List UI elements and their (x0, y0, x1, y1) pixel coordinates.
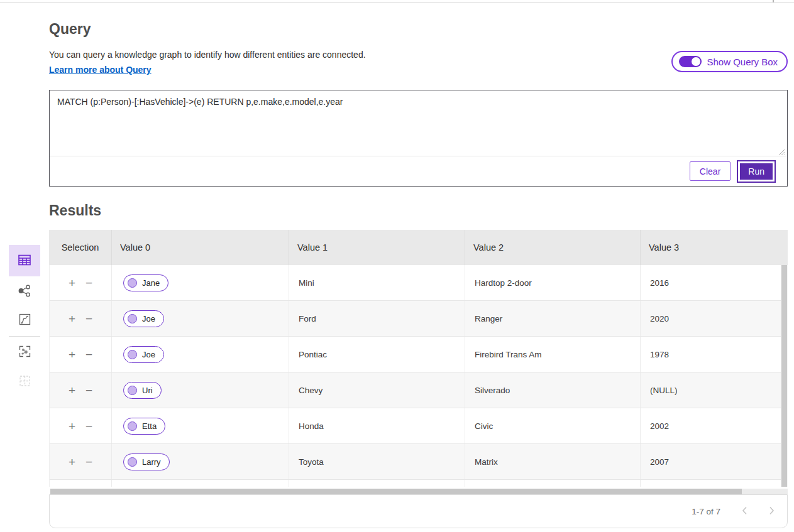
remove-selection-button[interactable]: − (85, 456, 92, 468)
chevron-right-icon (769, 506, 775, 517)
value2-cell: Silverado (465, 372, 640, 408)
entity-node-icon (128, 457, 137, 467)
page-title: Query (49, 21, 91, 38)
previous-page-button[interactable] (742, 506, 747, 517)
selection-cell: + − (50, 444, 111, 479)
vertical-scrollbar[interactable] (781, 265, 788, 487)
results-table: Selection Value 0 Value 1 Value 2 Value … (49, 230, 788, 487)
add-selection-button[interactable]: + (69, 384, 75, 396)
value3-cell: 2016 (640, 265, 788, 300)
chevron-left-icon (742, 506, 747, 517)
entity-pill[interactable]: Larry (123, 453, 170, 470)
add-selection-button[interactable]: + (69, 277, 75, 289)
graph-canvas-icon (18, 345, 31, 360)
entity-pill-label: Etta (142, 421, 157, 431)
add-selection-button[interactable]: + (69, 349, 75, 361)
entity-pill-label: Uri (142, 386, 153, 395)
value3-cell (640, 480, 788, 487)
value2-cell: Matrix (465, 444, 640, 479)
next-page-button[interactable] (769, 506, 775, 517)
remove-icon: − (85, 420, 92, 433)
entity-pill[interactable]: Joe (123, 310, 164, 327)
value3-cell: 2020 (640, 301, 788, 336)
add-icon: + (69, 420, 75, 433)
table-row: + − Joe Pontiac Firebird Trans Am 1978 (50, 337, 788, 372)
network-view-icon (18, 284, 31, 300)
entity-pill[interactable]: Uri (123, 382, 162, 399)
sidebar-item-table-view[interactable] (9, 245, 40, 276)
sidebar-item-grid-view-disabled (9, 371, 40, 393)
run-button[interactable]: Run (738, 161, 775, 182)
show-query-box-toggle[interactable]: Show Query Box (671, 51, 788, 72)
entity-cell (111, 480, 289, 487)
table-row: + − Jane Mini Hardtop 2-door 2016 (50, 265, 788, 301)
remove-icon: − (85, 276, 92, 290)
entity-node-icon (128, 386, 137, 395)
remove-selection-button[interactable]: − (85, 384, 92, 396)
query-box-footer: Clear Run (50, 156, 787, 186)
add-icon: + (69, 348, 75, 361)
value3-cell: 1978 (640, 337, 788, 372)
value1-cell: Toyota (289, 444, 465, 479)
column-header-value1: Value 1 (289, 230, 465, 265)
remove-icon: − (85, 455, 92, 469)
entity-node-icon (128, 278, 137, 288)
query-input[interactable]: MATCH (p:Person)-[:HasVehicle]->(e) RETU… (50, 90, 787, 156)
remove-selection-button[interactable]: − (85, 349, 92, 361)
entity-pill[interactable]: Jane (123, 274, 168, 291)
remove-selection-button[interactable]: − (85, 277, 92, 289)
results-table-header: Selection Value 0 Value 1 Value 2 Value … (49, 230, 788, 265)
entity-node-icon (128, 314, 137, 323)
results-title: Results (49, 202, 101, 219)
selection-cell: + − (50, 337, 111, 372)
column-header-value0: Value 0 (111, 230, 289, 265)
entity-node-icon (128, 350, 137, 359)
toggle-switch-on-icon[interactable] (679, 56, 702, 67)
horizontal-scrollbar[interactable] (50, 489, 788, 494)
value2-cell: Hardtop 2-door (465, 265, 640, 300)
grid-view-icon (18, 374, 31, 389)
remove-selection-button[interactable]: − (85, 420, 92, 432)
entity-cell: Joe (111, 337, 289, 372)
sidebar-item-network-view[interactable] (9, 280, 40, 303)
column-header-value2: Value 2 (465, 230, 640, 265)
add-icon: + (69, 455, 75, 469)
value2-cell: Civic (465, 408, 640, 443)
add-selection-button[interactable]: + (69, 456, 75, 468)
sidebar-item-graph-canvas[interactable] (9, 341, 40, 364)
value1-cell: Ford (289, 301, 465, 336)
value3-cell: 2002 (640, 408, 788, 443)
table-view-icon (18, 253, 31, 269)
value3-cell: 2007 (640, 444, 788, 479)
entity-pill[interactable]: Etta (123, 418, 165, 435)
clear-button[interactable]: Clear (690, 161, 731, 181)
table-row: + − Larry Toyota Matrix 2007 (50, 444, 788, 480)
value1-cell: Chevy (289, 372, 465, 408)
pagination-footer: 1-7 of 7 (49, 494, 788, 528)
selection-cell: + − (50, 408, 111, 443)
remove-selection-button[interactable]: − (85, 313, 92, 325)
vertical-scrollbar-thumb[interactable] (781, 265, 787, 487)
entity-cell: Etta (111, 408, 289, 443)
sidebar-item-map-view[interactable] (9, 309, 40, 332)
remove-icon: − (85, 384, 92, 397)
entity-cell: Joe (111, 301, 289, 336)
selection-cell: + − (50, 372, 111, 408)
horizontal-scrollbar-thumb[interactable] (50, 489, 742, 494)
selection-cell: + − (50, 265, 111, 300)
value3-cell: (NULL) (640, 372, 788, 408)
add-selection-button[interactable]: + (69, 420, 75, 432)
column-header-selection: Selection (49, 230, 111, 265)
top-scroll-tick (773, 0, 774, 3)
entity-pill[interactable]: Joe (123, 346, 164, 363)
entity-cell: Jane (111, 265, 289, 300)
table-row: + − Uri Chevy Silverado (NULL) (50, 372, 788, 408)
value1-cell (289, 480, 465, 487)
table-row-partial: + − (50, 480, 788, 487)
pagination-range-label: 1-7 of 7 (692, 507, 720, 516)
selection-cell: + − (50, 480, 111, 487)
learn-more-link[interactable]: Learn more about Query (49, 65, 152, 75)
add-selection-button[interactable]: + (69, 313, 75, 325)
add-icon: + (69, 312, 75, 325)
entity-pill-label: Joe (142, 314, 155, 323)
